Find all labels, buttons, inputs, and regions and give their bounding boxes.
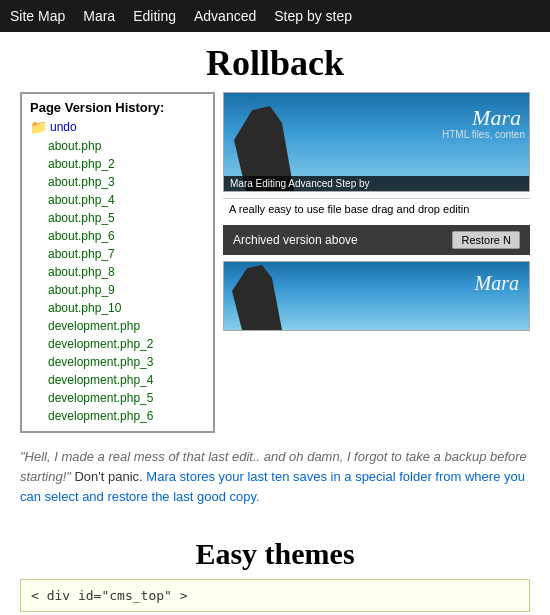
list-item[interactable]: development.php_6: [30, 407, 209, 425]
file-list: about.phpabout.php_2about.php_3about.php…: [30, 137, 209, 425]
mara-sub-top: HTML files, conten: [442, 129, 525, 140]
panel-header: Page Version History:: [30, 100, 209, 115]
list-item[interactable]: development.php_2: [30, 335, 209, 353]
undo-link[interactable]: undo: [50, 120, 77, 134]
file-tree-panel: Page Version History: 📁 undo about.phpab…: [20, 92, 215, 433]
rollback-section: Page Version History: 📁 undo about.phpab…: [20, 92, 530, 433]
archived-label: Archived version above: [233, 233, 358, 247]
easy-themes-title: Easy themes: [0, 529, 550, 579]
main-content: Page Version History: 📁 undo about.phpab…: [0, 92, 550, 529]
list-item[interactable]: development.php_4: [30, 371, 209, 389]
inner-nav-text: Mara Editing Advanced Step by: [230, 178, 370, 189]
list-item[interactable]: about.php_9: [30, 281, 209, 299]
folder-icon: 📁: [30, 119, 47, 135]
list-item[interactable]: about.php_8: [30, 263, 209, 281]
undo-folder[interactable]: 📁 undo: [30, 119, 209, 135]
list-item[interactable]: about.php: [30, 137, 209, 155]
list-item[interactable]: about.php_6: [30, 227, 209, 245]
archived-bar: Archived version above Restore N: [223, 225, 530, 255]
mara-preview-top: Mara HTML files, conten Mara Editing Adv…: [223, 92, 530, 192]
nav-sitemap[interactable]: Site Map: [10, 8, 65, 24]
page-title: Rollback: [0, 32, 550, 92]
list-item[interactable]: about.php_4: [30, 191, 209, 209]
mara-logo-top: Mara: [472, 105, 521, 131]
description-text: "Hell, I made a real mess of that last e…: [20, 447, 530, 507]
nav-mara[interactable]: Mara: [83, 8, 115, 24]
list-item[interactable]: about.php_2: [30, 155, 209, 173]
desc-text1: Don't panic.: [71, 469, 143, 484]
nav-stepbystep[interactable]: Step by step: [274, 8, 352, 24]
mara-logo-bottom: Mara: [475, 272, 519, 295]
list-item[interactable]: about.php_3: [30, 173, 209, 191]
list-item[interactable]: about.php_7: [30, 245, 209, 263]
restore-button[interactable]: Restore N: [452, 231, 520, 249]
top-navbar: Site Map Mara Editing Advanced Step by s…: [0, 0, 550, 32]
list-item[interactable]: about.php_10: [30, 299, 209, 317]
nav-advanced[interactable]: Advanced: [194, 8, 256, 24]
inner-nav-bar: Mara Editing Advanced Step by: [224, 176, 529, 191]
list-item[interactable]: development.php_3: [30, 353, 209, 371]
nav-editing[interactable]: Editing: [133, 8, 176, 24]
list-item[interactable]: development.php_5: [30, 389, 209, 407]
list-item[interactable]: development.php: [30, 317, 209, 335]
rock-shape-bottom: [232, 265, 282, 330]
inner-content-text: A really easy to use file base drag and …: [223, 198, 530, 219]
mara-preview-bottom: Mara: [223, 261, 530, 331]
list-item[interactable]: about.php_5: [30, 209, 209, 227]
code-box: < div id="cms_top" >: [20, 579, 530, 612]
preview-panel: Mara HTML files, conten Mara Editing Adv…: [223, 92, 530, 433]
